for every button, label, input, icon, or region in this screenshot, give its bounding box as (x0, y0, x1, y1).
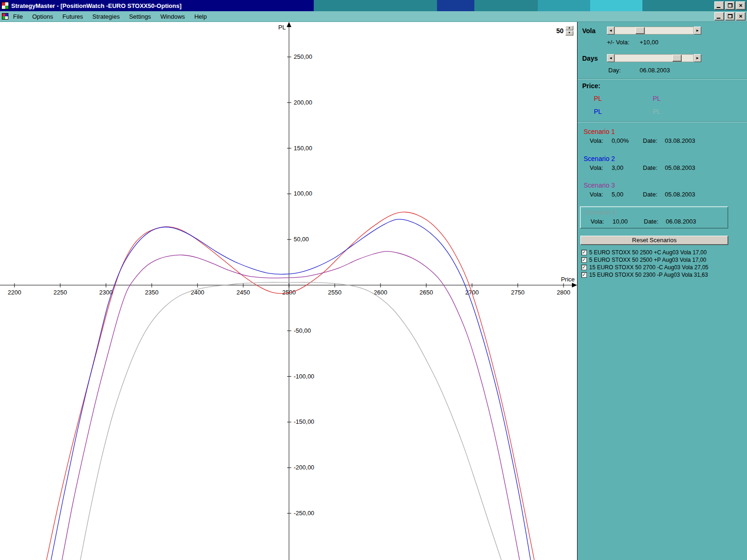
title-bar: StrategyMaster - [PositionWatch -EURO ST… (0, 0, 747, 11)
restore-button[interactable] (725, 1, 735, 10)
svg-text:-50,00: -50,00 (294, 327, 311, 334)
menu-windows[interactable]: Windows (155, 13, 190, 20)
pl-label-scenario2[interactable]: PL (594, 108, 602, 115)
svg-text:2750: 2750 (511, 289, 525, 296)
scenario-name: Scenario 3 (584, 182, 747, 189)
date-field-label: Date: (643, 164, 665, 171)
days-slider[interactable]: ◄ ► (607, 54, 701, 62)
vola-field-value: 10,00 (613, 218, 644, 225)
vola-value: +10,00 (640, 39, 658, 46)
scenario-2[interactable]: Scenario 2 Vola:3,00Date:05.08.2003 (578, 155, 747, 171)
scenario-4[interactable]: Scenario 4 Vola:10,00Date:06.08.2003 (580, 206, 728, 229)
days-slider-track[interactable] (614, 54, 694, 62)
child-window-icon[interactable] (2, 13, 8, 20)
vola-slider-right-arrow[interactable]: ► (694, 27, 701, 35)
chart-svg: PLPrice220022502300235024002450250025502… (0, 22, 578, 560)
minimize-icon (717, 7, 720, 8)
close-icon: × (736, 13, 745, 20)
position-checkbox[interactable]: ✓ (581, 265, 587, 270)
scale-spinner[interactable]: 50 ▲ ▼ (556, 26, 573, 35)
days-slider-left-arrow[interactable]: ◄ (607, 54, 614, 62)
svg-text:2500: 2500 (282, 289, 296, 296)
position-label: 15 EURO STOXX 50 2700 -C Aug03 Vola 27,0… (589, 264, 708, 271)
svg-text:PL: PL (278, 24, 286, 31)
svg-text:250,00: 250,00 (294, 53, 312, 60)
series-scenario-1 (47, 212, 535, 560)
menu-options[interactable]: Options (28, 13, 58, 20)
position-checkbox[interactable]: ✓ (581, 257, 587, 263)
svg-text:2800: 2800 (557, 289, 571, 296)
date-field-value: 05.08.2003 (665, 191, 695, 198)
main-content: PLPrice220022502300235024002450250025502… (0, 22, 747, 560)
minimize-button[interactable] (714, 1, 724, 10)
scenario-1[interactable]: Scenario 1 Vola:0,00%Date:03.08.2003 (578, 128, 747, 144)
scale-value: 50 (556, 27, 564, 35)
vola-slider-left-arrow[interactable]: ◄ (607, 27, 614, 35)
spin-up-button[interactable]: ▲ (565, 26, 573, 30)
position-row[interactable]: ✓ 5 EURO STOXX 50 2500 +C Aug03 Vola 17,… (581, 249, 707, 256)
menu-bar: File Options Futures Strategies Settings… (0, 11, 747, 22)
sidebar: Vola ◄ ► +/- Vola: +10,00 Days ◄ ► Day: … (578, 22, 747, 560)
vola-field-label: Vola: (591, 218, 613, 225)
series-scenario-3 (62, 252, 520, 560)
days-label: Days (582, 55, 598, 62)
vola-field-label: Vola: (590, 164, 612, 171)
window-title: StrategyMaster - [PositionWatch -EURO ST… (11, 2, 182, 9)
pl-label-scenario3[interactable]: PL (653, 95, 661, 102)
position-row[interactable]: ✓ 15 EURO STOXX 50 2300 -P Aug03 Vola 31… (581, 271, 708, 278)
svg-text:2400: 2400 (191, 289, 204, 296)
vola-slider-thumb[interactable] (635, 27, 645, 34)
position-row[interactable]: ✓ 15 EURO STOXX 50 2700 -C Aug03 Vola 27… (581, 264, 708, 271)
menu-futures[interactable]: Futures (58, 13, 88, 20)
position-label: 15 EURO STOXX 50 2300 -P Aug03 Vola 31,6… (589, 272, 708, 278)
days-slider-right-arrow[interactable]: ► (694, 54, 701, 62)
pl-label-scenario4[interactable]: PL (653, 108, 661, 115)
svg-text:2250: 2250 (54, 289, 67, 296)
vola-field-value: 5,00 (612, 191, 643, 198)
child-minimize-button[interactable] (714, 12, 724, 21)
date-field-value: 05.08.2003 (665, 164, 695, 171)
date-field-label: Date: (643, 137, 665, 144)
pl-label-scenario1[interactable]: PL (594, 95, 602, 102)
position-checkbox[interactable]: ✓ (581, 250, 587, 255)
spin-down-button[interactable]: ▼ (565, 31, 573, 35)
position-row[interactable]: ✓ 5 EURO STOXX 50 2500 +P Aug03 Vola 17,… (581, 256, 706, 263)
vola-field-label: Vola: (590, 191, 612, 198)
svg-text:Price: Price (561, 276, 575, 283)
svg-text:2200: 2200 (8, 289, 21, 296)
menu-help[interactable]: Help (190, 13, 211, 20)
series-scenario-4 (80, 282, 501, 560)
minimize-icon (717, 18, 720, 19)
svg-text:2550: 2550 (328, 289, 342, 296)
close-icon: × (736, 2, 745, 9)
menu-file[interactable]: File (8, 13, 28, 20)
child-close-button[interactable]: × (736, 12, 746, 21)
restore-icon (728, 3, 733, 7)
date-field-value: 03.08.2003 (665, 137, 695, 144)
separator (578, 78, 747, 79)
svg-text:2450: 2450 (237, 289, 250, 296)
window-controls: × (714, 1, 746, 10)
close-button[interactable]: × (736, 1, 746, 10)
date-field-label: Date: (644, 218, 666, 225)
menu-settings[interactable]: Settings (124, 13, 155, 20)
date-field-label: Date: (643, 191, 665, 198)
vola-caption: +/- Vola: (607, 39, 629, 46)
vola-slider-track[interactable] (614, 27, 694, 35)
child-restore-button[interactable] (725, 12, 735, 21)
svg-text:-200,00: -200,00 (294, 464, 314, 471)
app-icon[interactable] (1, 2, 9, 9)
series-scenario-2 (51, 219, 530, 560)
chart-area: PLPrice220022502300235024002450250025502… (0, 22, 578, 560)
position-label: 5 EURO STOXX 50 2500 +P Aug03 Vola 17,00 (589, 257, 706, 263)
position-checkbox[interactable]: ✓ (581, 272, 587, 278)
scenario-3[interactable]: Scenario 3 Vola:5,00Date:05.08.2003 (578, 182, 747, 198)
scenario-name: Scenario 1 (584, 128, 747, 135)
scenario-name: Scenario 4 (585, 209, 727, 216)
reset-scenarios-button[interactable]: Reset Scenarios (580, 236, 728, 245)
menu-strategies[interactable]: Strategies (88, 13, 125, 20)
vola-field-label: Vola: (590, 137, 612, 144)
svg-text:50,00: 50,00 (294, 236, 309, 243)
days-slider-thumb[interactable] (672, 55, 682, 62)
vola-slider[interactable]: ◄ ► (607, 27, 701, 35)
